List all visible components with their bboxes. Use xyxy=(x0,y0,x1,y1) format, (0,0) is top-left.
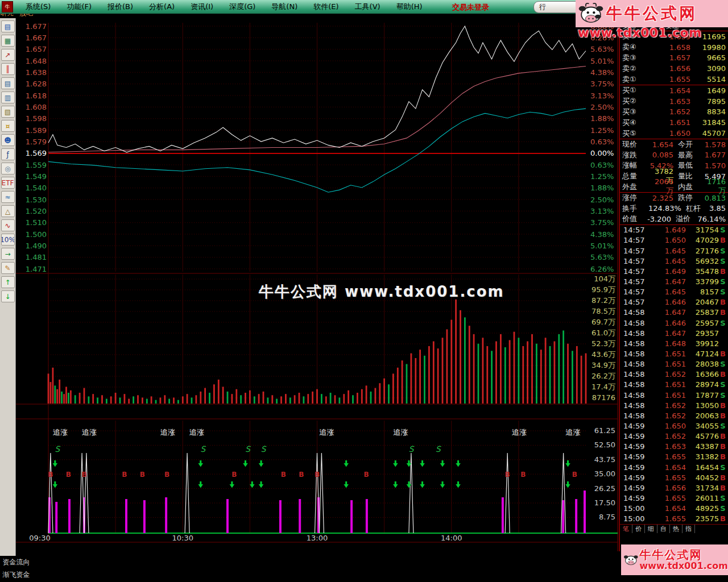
svg-text:1.667: 1.667 xyxy=(26,34,47,42)
svg-text:35.00: 35.00 xyxy=(594,469,615,478)
tick-row: 14:571.646 20467B xyxy=(620,297,728,307)
tick-row: 14:591.652 45776B xyxy=(620,431,728,442)
svg-text:1.25%: 1.25% xyxy=(590,172,614,181)
svg-text:17.50: 17.50 xyxy=(594,498,615,507)
tick-row: 14:591.653 43387B xyxy=(620,442,728,452)
svg-text:追涨: 追涨 xyxy=(319,428,334,436)
svg-text:1.598: 1.598 xyxy=(26,114,47,123)
indicator-axis: 61.2552.5043.7535.0026.2517.508.75 xyxy=(594,426,615,521)
svg-text:S: S xyxy=(261,444,267,454)
svg-text:10:30: 10:30 xyxy=(172,534,193,542)
svg-text:追涨: 追涨 xyxy=(160,428,175,436)
sell-level-row[interactable]: 卖③1.6579665 xyxy=(620,53,728,64)
svg-text:1.608: 1.608 xyxy=(26,103,47,111)
svg-text:1.589: 1.589 xyxy=(26,126,47,135)
svg-text:3.13%: 3.13% xyxy=(590,207,614,215)
svg-text:43.75: 43.75 xyxy=(594,455,615,464)
panel-mini-tab[interactable]: 热 xyxy=(670,525,682,533)
svg-text:95.9万: 95.9万 xyxy=(592,285,615,294)
tick-row: 14:581.651 28038S xyxy=(620,359,728,369)
svg-text:1.490: 1.490 xyxy=(26,242,47,250)
tick-row: 14:571.650 47029B xyxy=(620,235,728,246)
svg-text:26.25: 26.25 xyxy=(594,484,615,493)
svg-text:1.677: 1.677 xyxy=(26,22,47,31)
sell-level-row[interactable]: 卖①1.6555514 xyxy=(620,74,728,85)
svg-text:5.01%: 5.01% xyxy=(590,57,614,65)
svg-text:1.471: 1.471 xyxy=(26,265,47,273)
tick-row: 14:581.652 16366B xyxy=(620,369,728,380)
tick-row: 14:581.651 17877S xyxy=(620,390,728,400)
stat-row: 涨停2.325 跌停0.813 xyxy=(620,193,728,203)
svg-text:B: B xyxy=(299,471,304,479)
svg-text:1.520: 1.520 xyxy=(26,207,47,215)
tick-row: 14:591.654 16454S xyxy=(620,462,728,472)
panel-mini-tab[interactable]: 笔 xyxy=(620,525,632,533)
menu-item[interactable]: 工具(V) xyxy=(347,2,388,12)
svg-text:S: S xyxy=(200,444,206,454)
tick-row: 14:571.647 33799S xyxy=(620,276,728,286)
svg-text:1.559: 1.559 xyxy=(26,161,47,169)
svg-text:B: B xyxy=(231,471,237,479)
menu-item[interactable]: 软件(E) xyxy=(305,2,346,12)
quote-panel: 委比委差 卖⑤1.65911695 卖④1.65819980 卖③1.65796… xyxy=(619,14,728,551)
site-logo-bottom: 牛牛公式网 www.tdx001.com xyxy=(621,544,728,575)
svg-text:S: S xyxy=(245,444,251,454)
buy-level-row[interactable]: 买③1.6528834 xyxy=(620,107,728,118)
menu-item[interactable]: 深度(G) xyxy=(221,2,263,12)
svg-text:B: B xyxy=(81,471,86,479)
svg-text:34.9万: 34.9万 xyxy=(592,361,615,369)
buy-level-row[interactable]: 买①1.6541649 xyxy=(620,85,728,96)
svg-text:4.38%: 4.38% xyxy=(590,230,614,239)
svg-text:S: S xyxy=(55,444,60,454)
menu-item[interactable]: 分析(A) xyxy=(141,2,183,12)
buy-level-row[interactable]: 买②1.6537895 xyxy=(620,96,728,107)
menu-item[interactable]: 报价(B) xyxy=(100,2,141,12)
svg-text:1.88%: 1.88% xyxy=(590,184,614,192)
svg-text:B: B xyxy=(572,471,577,479)
svg-text:追涨: 追涨 xyxy=(53,428,68,436)
stat-row: 现价1.654 今开1.578 xyxy=(620,139,728,150)
menu-item[interactable]: 帮助(H) xyxy=(388,2,431,12)
menu-item[interactable]: 导航(N) xyxy=(263,2,305,12)
volume-axis: 104万95.9万87.2万78.5万69.7万61.0万52.3万43.6万3… xyxy=(592,275,615,402)
svg-text:87.2万: 87.2万 xyxy=(592,296,615,305)
stat-row: 涨跌0.085 最高1.677 xyxy=(620,150,728,161)
svg-text:B: B xyxy=(48,471,53,479)
tdx-trading-terminal: SSSSSSBBBBBBBBBBBBBB追涨追涨追涨追涨追涨追涨追涨追涨1.67… xyxy=(0,0,728,582)
svg-text:追涨: 追涨 xyxy=(393,428,408,436)
svg-text:B: B xyxy=(315,471,320,479)
indicator-pane: SSSSSSBBBBBBBBBBBBBB追涨追涨追涨追涨追涨追涨追涨追涨 xyxy=(48,428,618,533)
buy-level-row[interactable]: 买⑤1.65045707 xyxy=(620,128,728,139)
svg-text:1.540: 1.540 xyxy=(26,184,47,192)
menu-item[interactable]: 资讯(I) xyxy=(183,2,221,12)
stats-block-b: 涨停2.325 跌停0.813 换手124.83% 杠杆3.85 价值-3.20… xyxy=(620,193,728,225)
sell-level-row[interactable]: 卖④1.65819980 xyxy=(620,42,728,53)
menu-item[interactable]: 功能(F) xyxy=(59,2,100,12)
menu-item[interactable]: 系统(S) xyxy=(18,2,59,12)
site-name: 牛牛公式网 xyxy=(606,3,697,24)
panel-mini-tab[interactable]: 价 xyxy=(632,525,645,533)
panel-mini-tab[interactable]: 细 xyxy=(645,525,657,533)
panel-mini-tab[interactable]: 指 xyxy=(682,525,695,533)
svg-text:5.63%: 5.63% xyxy=(590,253,614,261)
svg-text:1.618: 1.618 xyxy=(26,92,47,100)
svg-text:2.50%: 2.50% xyxy=(590,103,614,111)
panel-mini-tabs: 笔价细自热指 xyxy=(620,524,728,533)
svg-text:104万: 104万 xyxy=(594,275,615,283)
svg-text:追涨: 追涨 xyxy=(82,428,97,436)
site-logo-top: 牛牛公式网 xyxy=(576,0,728,27)
quotes-button[interactable]: 行 xyxy=(533,1,581,13)
tick-list[interactable]: 14:571.649 31754S 14:571.650 47029B 14:5… xyxy=(620,225,728,524)
tick-row: 14:581.646 25957S xyxy=(620,318,728,328)
tick-row: 14:571.645 27176S xyxy=(620,246,728,256)
svg-text:1.657: 1.657 xyxy=(26,45,47,53)
sell-level-row[interactable]: 卖②1.6563090 xyxy=(620,63,728,74)
buy-level-row[interactable]: 买④1.65131845 xyxy=(620,117,728,128)
site-url-top: www.tdx001.com xyxy=(578,26,728,40)
panel-mini-tab[interactable]: 自 xyxy=(657,525,670,533)
tick-row: 14:591.655 31382B xyxy=(620,452,728,462)
tick-row: 14:581.651 28974S xyxy=(620,380,728,390)
svg-text:3.75%: 3.75% xyxy=(590,80,614,88)
svg-text:追涨: 追涨 xyxy=(566,428,581,436)
stat-row: 换手124.83% 杠杆3.85 xyxy=(620,203,728,214)
